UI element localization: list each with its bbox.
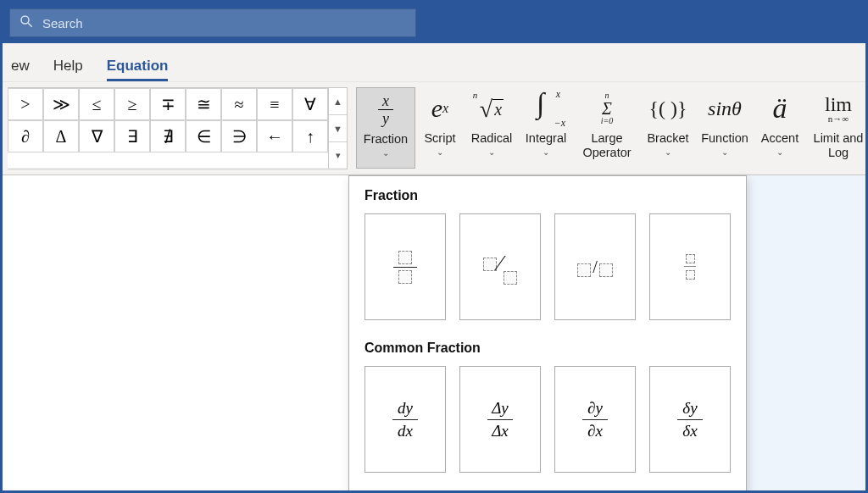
dropdown-section-title: Fraction [364, 188, 731, 203]
document-page[interactable] [3, 175, 359, 490]
svg-line-1 [28, 23, 32, 27]
script-icon: ex [431, 91, 448, 126]
symbol-cell[interactable]: ← [257, 120, 292, 152]
search-box[interactable]: Search [9, 8, 416, 37]
search-icon [19, 14, 34, 32]
fraction-template-skewed[interactable]: ∕ [459, 213, 541, 320]
search-placeholder: Search [42, 16, 83, 30]
tab-help[interactable]: Help [53, 58, 83, 81]
gallery-down-button[interactable]: ▼ [329, 115, 347, 142]
common-fraction-dydx[interactable]: dydx [364, 366, 446, 473]
symbol-cell[interactable]: ∂ [8, 120, 43, 152]
symbol-cell[interactable]: ≫ [43, 88, 79, 120]
fraction-template-linear[interactable]: / [554, 213, 636, 320]
integral-button[interactable]: ∫ x −x Integral ⌄ [519, 87, 573, 169]
large-operator-button[interactable]: nΣi=0 Large Operator [573, 87, 641, 169]
common-fraction-smalldelta[interactable]: δyδx [649, 366, 731, 473]
gallery-more-button[interactable]: ▾ [329, 142, 347, 169]
symbol-gallery: > ≫ ≤ ≥ ∓ ≅ ≈ ≡ ∀ ∂ Δ ∇ ∃ ∄ ∈ ∋ ← ↑ ▲ ▼ … [8, 87, 348, 169]
fraction-dropdown: Fraction ∕ / Common Fraction dydx ΔyΔx [348, 175, 747, 493]
ribbon-tabs: ew Help Equation [3, 43, 865, 82]
chevron-down-icon: ⌄ [382, 148, 389, 158]
radical-icon: n√x [480, 91, 504, 126]
symbol-cell[interactable]: ∀ [292, 88, 328, 120]
struct-label: Integral [526, 131, 566, 146]
symbol-cell[interactable]: ∓ [150, 88, 186, 120]
struct-label: Radical [471, 131, 512, 146]
symbol-cell[interactable]: ≥ [114, 88, 150, 120]
ribbon: > ≫ ≤ ≥ ∓ ≅ ≈ ≡ ∀ ∂ Δ ∇ ∃ ∄ ∈ ∋ ← ↑ ▲ ▼ … [3, 82, 865, 175]
symbol-cell[interactable]: ≈ [221, 88, 257, 120]
accent-button[interactable]: ä Accent ⌄ [754, 87, 805, 169]
symbol-cell[interactable]: Δ [43, 120, 79, 152]
limit-log-button[interactable]: limn→∞ Limit and Log [805, 87, 868, 169]
title-bar: Search [3, 3, 865, 43]
fraction-template-stacked[interactable] [364, 213, 446, 320]
limit-icon: limn→∞ [825, 91, 852, 126]
function-icon: sinθ [708, 91, 742, 126]
accent-icon: ä [773, 91, 787, 126]
struct-label: Bracket [647, 131, 688, 146]
integral-icon: ∫ x −x [531, 91, 560, 126]
symbol-cell[interactable]: ∇ [79, 120, 114, 152]
tab-view[interactable]: ew [11, 58, 30, 81]
bracket-button[interactable]: {( )} Bracket ⌄ [641, 87, 695, 169]
gallery-up-button[interactable]: ▲ [329, 88, 347, 115]
symbol-cell[interactable]: ≅ [186, 88, 221, 120]
structure-group: xy Fraction ⌄ ex Script ⌄ n√x Radical ⌄ … [356, 87, 868, 169]
chevron-down-icon: ⌄ [721, 147, 728, 157]
chevron-down-icon: ⌄ [776, 147, 783, 157]
script-button[interactable]: ex Script ⌄ [415, 87, 465, 169]
dropdown-section-title: Common Fraction [364, 341, 731, 356]
struct-label: Large Operator [582, 131, 631, 159]
fraction-icon: xy [378, 91, 393, 127]
symbol-cell[interactable]: ≤ [79, 88, 114, 120]
symbol-cell[interactable]: ∋ [221, 120, 257, 152]
function-button[interactable]: sinθ Function ⌄ [695, 87, 754, 169]
chevron-down-icon: ⌄ [542, 147, 549, 157]
radical-button[interactable]: n√x Radical ⌄ [465, 87, 519, 169]
struct-label: Limit and Log [814, 131, 864, 159]
sigma-icon: nΣi=0 [601, 91, 614, 126]
tab-equation[interactable]: Equation [107, 58, 169, 81]
struct-label: Fraction [364, 132, 408, 147]
common-fraction-partialypartialx[interactable]: ∂y∂x [554, 366, 636, 473]
symbol-gallery-scroll: ▲ ▼ ▾ [328, 88, 347, 169]
fraction-template-small[interactable] [649, 213, 731, 320]
document-area: Fraction ∕ / Common Fraction dydx ΔyΔx [3, 175, 865, 490]
struct-label: Function [701, 131, 748, 146]
bracket-icon: {( )} [648, 91, 687, 126]
symbol-cell[interactable]: ∃ [114, 120, 150, 152]
symbol-cell[interactable]: ∄ [150, 120, 186, 152]
symbol-cell[interactable]: > [8, 88, 43, 120]
symbol-cell[interactable]: ↑ [292, 120, 328, 152]
symbol-cell[interactable]: ∈ [186, 120, 221, 152]
chevron-down-icon: ⌄ [437, 147, 443, 157]
svg-point-0 [21, 16, 29, 24]
chevron-down-icon: ⌄ [665, 147, 671, 157]
symbol-cell[interactable]: ≡ [257, 88, 292, 120]
common-fraction-deltaydeltax[interactable]: ΔyΔx [459, 366, 541, 473]
struct-label: Script [424, 131, 455, 146]
chevron-down-icon: ⌄ [488, 147, 495, 157]
struct-label: Accent [761, 131, 798, 146]
fraction-button[interactable]: xy Fraction ⌄ [356, 87, 415, 169]
